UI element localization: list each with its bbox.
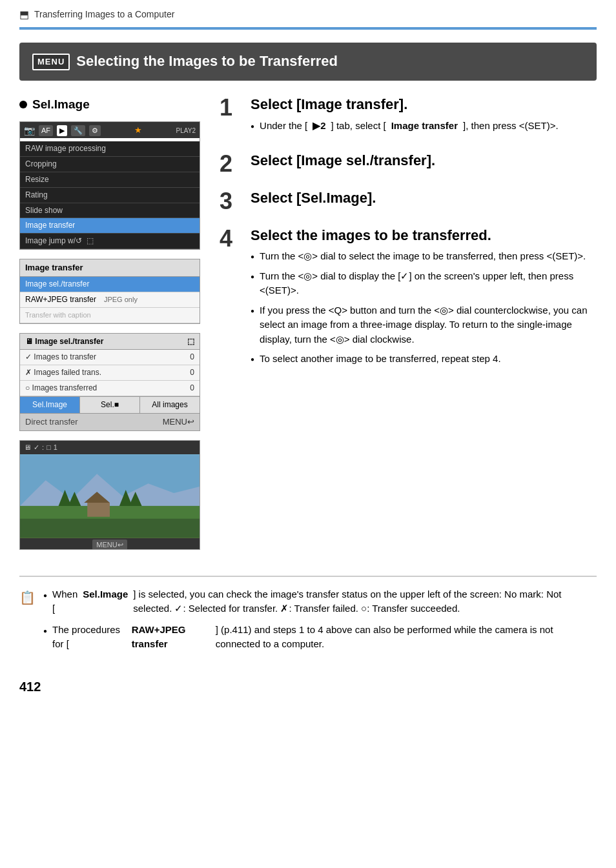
step-2-number: 2 <box>220 152 240 176</box>
images-transferred-label: ○ Images transferred <box>25 383 97 394</box>
direct-transfer-text[interactable]: Direct transfer <box>25 416 78 428</box>
step-4-title: Select the images to be transferred. <box>251 227 597 244</box>
step-4-bullet-2: Turn the <◎> dial to display the [✓] on … <box>251 269 597 298</box>
step-3-title: Select [Sel.Image]. <box>251 190 597 207</box>
photo-menu-back[interactable]: MENU↩ <box>92 540 127 550</box>
direct-transfer-row: Direct transfer MENU↩ <box>20 413 200 430</box>
images-to-transfer-row: ✓ Images to transfer 0 <box>20 350 200 365</box>
play-tab[interactable]: ▶ <box>57 125 67 136</box>
svg-rect-3 <box>20 519 200 538</box>
camera-icon: 📷 <box>24 125 35 137</box>
svg-rect-4 <box>87 503 110 517</box>
photo-preview: 🖥 ✓ : □ 1 <box>19 440 200 550</box>
preview-square-icon: □ <box>46 443 51 452</box>
step-2-title: Select [Image sel./transfer]. <box>251 152 597 169</box>
menu-badge: MENU <box>32 54 70 70</box>
step-2: 2 Select [Image sel./transfer]. <box>220 152 597 176</box>
sel-panel-buttons: Sel.Image Sel.■ All images <box>20 396 200 413</box>
step-4-bullets: Turn the <◎> dial to select the image to… <box>251 249 597 367</box>
page-title: Selecting the Images to be Transferred <box>76 52 338 72</box>
submenu-item-raw-jpeg[interactable]: RAW+JPEG transfer JPEG only <box>20 292 200 308</box>
images-failed-value: 0 <box>190 367 194 378</box>
preview-check-icon: ✓ <box>34 443 39 452</box>
transfer-icon: ⬒ <box>19 8 29 22</box>
photo-image <box>20 454 200 538</box>
settings-tab[interactable]: ⚙ <box>89 125 101 136</box>
sel-panel-icon: ⬚ <box>187 336 194 347</box>
images-to-transfer-label: ✓ Images to transfer <box>25 352 96 363</box>
photo-footer: MENU↩ <box>20 538 200 550</box>
step-1-number: 1 <box>220 96 240 119</box>
heading-dot <box>19 101 27 108</box>
images-failed-row: ✗ Images failed trans. 0 <box>20 365 200 381</box>
submenu-item-caption: Transfer with caption <box>20 308 200 323</box>
play2-label: PLAY2 <box>176 126 196 136</box>
camera-tabs-row: 📷 AF ▶ 🔧 ⚙ ★ PLAY2 <box>20 122 200 139</box>
step-1-title: Select [Image transfer]. <box>251 96 597 113</box>
camera-menu-ui: 📷 AF ▶ 🔧 ⚙ ★ PLAY2 RAW image processing … <box>19 121 200 250</box>
step-4-number: 4 <box>220 227 240 250</box>
step-2-content: Select [Image sel./transfer]. <box>251 152 597 174</box>
menu-item-crop[interactable]: Cropping <box>20 157 200 172</box>
breadcrumb-text: Transferring Images to a Computer <box>34 8 174 21</box>
menu-back-button[interactable]: MENU↩ <box>163 416 194 428</box>
section-heading: Sel.Image <box>19 96 200 114</box>
preview-number: 1 <box>54 443 57 452</box>
step-3-number: 3 <box>220 190 240 213</box>
sel-transfer-panel: 🖥 Image sel./transfer ⬚ ✓ Images to tran… <box>19 333 200 431</box>
image-transfer-submenu: Image transfer Image sel./transfer RAW+J… <box>19 259 200 324</box>
images-failed-label: ✗ Images failed trans. <box>25 367 101 378</box>
note-1: When [Sel.Image] is selected, you can ch… <box>43 587 597 616</box>
page-number: 412 <box>0 671 616 702</box>
af-tab[interactable]: AF <box>39 125 53 136</box>
step-4: 4 Select the images to be transferred. T… <box>220 227 597 372</box>
submenu-item-sel[interactable]: Image sel./transfer <box>20 277 200 292</box>
sel-panel-title: 🖥 Image sel./transfer <box>25 336 103 347</box>
note-2: The procedures for [RAW+JPEG transfer] (… <box>43 623 597 652</box>
menu-item-image-jump[interactable]: Image jump w/↺ ⬚ <box>20 234 200 249</box>
images-transferred-row: ○ Images transferred 0 <box>20 381 200 396</box>
step-1-content: Select [Image transfer]. Under the [▶2] … <box>251 96 597 138</box>
note-icon: 📋 <box>19 589 36 658</box>
menu-item-image-transfer[interactable]: Image transfer <box>20 218 200 234</box>
breadcrumb: ⬒ Transferring Images to a Computer <box>0 0 616 27</box>
menu-item-raw[interactable]: RAW image processing <box>20 141 200 157</box>
two-col-layout: Sel.Image 📷 AF ▶ 🔧 ⚙ ★ PLAY2 <box>19 96 597 550</box>
step-4-bullet-1: Turn the <◎> dial to select the image to… <box>251 249 597 264</box>
sel-image-button[interactable]: Sel.Image <box>20 397 80 413</box>
images-to-transfer-value: 0 <box>190 352 194 363</box>
preview-transfer-icon: 🖥 <box>24 443 31 452</box>
submenu-title: Image transfer <box>20 259 200 277</box>
step-3: 3 Select [Sel.Image]. <box>220 190 597 213</box>
sel-folder-button[interactable]: Sel.■ <box>80 397 140 413</box>
step-4-content: Select the images to be transferred. Tur… <box>251 227 597 372</box>
landscape-svg <box>20 454 200 538</box>
menu-items-list: RAW image processing Cropping Resize Rat… <box>20 141 200 249</box>
left-column: Sel.Image 📷 AF ▶ 🔧 ⚙ ★ PLAY2 <box>19 96 200 550</box>
step-4-bullet-4: To select another image to be transferre… <box>251 352 597 367</box>
note-bullets: When [Sel.Image] is selected, you can ch… <box>43 587 597 658</box>
images-transferred-value: 0 <box>190 383 194 394</box>
star-tab[interactable]: ★ <box>134 125 142 136</box>
step-1-bullet-1: Under the [▶2] tab, select [Image transf… <box>251 119 597 134</box>
raw-jpeg-label: RAW+JPEG transfer <box>25 294 96 305</box>
step-1: 1 Select [Image transfer]. Under the [▶2… <box>220 96 597 138</box>
right-column: 1 Select [Image transfer]. Under the [▶2… <box>220 96 597 550</box>
transfer-caption-label: Transfer with caption <box>25 311 91 319</box>
section-heading-text: Sel.Image <box>32 96 90 114</box>
title-box: MENU Selecting the Images to be Transfer… <box>19 43 597 81</box>
preview-colon: : <box>42 443 44 452</box>
note-section: 📋 When [Sel.Image] is selected, you can … <box>0 577 616 671</box>
tools-tab[interactable]: 🔧 <box>71 125 85 136</box>
all-images-button[interactable]: All images <box>140 397 200 413</box>
step-1-bullets: Under the [▶2] tab, select [Image transf… <box>251 119 597 134</box>
step-3-content: Select [Sel.Image]. <box>251 190 597 212</box>
menu-item-resize[interactable]: Resize <box>20 172 200 188</box>
jpeg-only-label: JPEG only <box>104 295 138 305</box>
main-content: MENU Selecting the Images to be Transfer… <box>0 30 616 562</box>
sel-panel-rows: ✓ Images to transfer 0 ✗ Images failed t… <box>20 350 200 396</box>
sel-panel-header: 🖥 Image sel./transfer ⬚ <box>20 334 200 350</box>
menu-item-slideshow[interactable]: Slide show <box>20 203 200 219</box>
step-4-bullet-3: If you press the <Q> button and turn the… <box>251 303 597 347</box>
menu-item-rating[interactable]: Rating <box>20 188 200 203</box>
